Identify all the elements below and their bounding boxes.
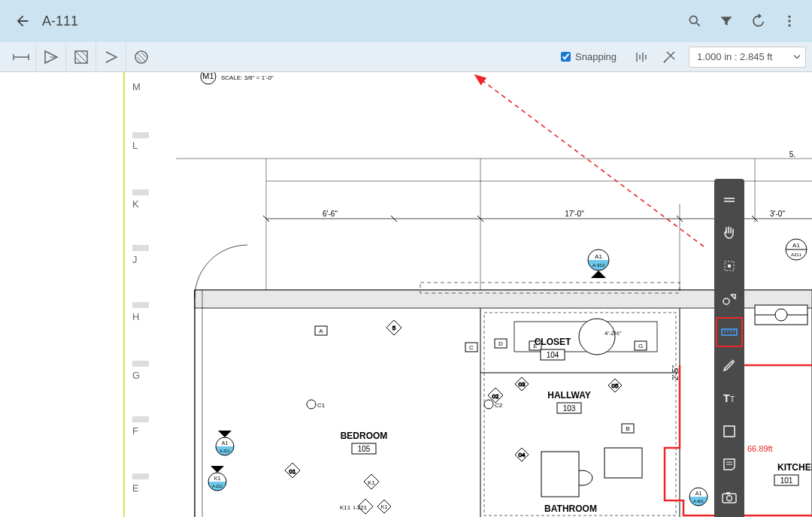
svg-text:K1: K1 [381,504,388,509]
chevron-down-icon [793,51,801,62]
measure-area-icon[interactable] [66,42,96,72]
rectangle-icon[interactable] [714,415,744,448]
svg-text:C1: C1 [317,402,326,409]
svg-text:04: 04 [519,452,526,458]
svg-text:K11: K11 [340,504,351,511]
svg-text:A-311: A-311 [220,449,230,453]
svg-rect-109 [728,265,731,268]
select-icon[interactable] [714,249,744,283]
snapping-toggle[interactable]: Snapping [561,51,617,62]
measure-toolbar: Snapping 1.000 in : 2.845 ft [0,42,812,72]
svg-text:CLOSET: CLOSET [535,337,571,347]
svg-text:K1: K1 [368,479,375,486]
overflow-menu-icon[interactable] [776,8,803,35]
svg-text:M1: M1 [202,72,214,80]
svg-text:I-221: I-221 [353,504,368,511]
svg-text:A-312: A-312 [592,263,605,268]
scale-dropdown[interactable]: 1.000 in : 2.845 ft [689,47,806,68]
svg-point-3 [788,20,790,22]
svg-point-57 [484,400,493,409]
svg-rect-53 [604,448,642,478]
svg-text:103: 103 [563,404,576,413]
svg-text:104: 104 [547,351,559,359]
svg-text:T: T [723,392,730,404]
camera-icon[interactable] [714,481,744,514]
precision-icon[interactable] [629,44,656,71]
svg-text:G: G [638,343,643,349]
svg-rect-111 [722,329,737,335]
svg-text:KITCHEN: KITCHEN [777,462,812,473]
drag-handle-icon[interactable] [714,183,744,216]
svg-point-105 [775,309,787,321]
svg-text:C: C [469,344,474,351]
back-button[interactable] [9,8,36,35]
page-title: A-111 [42,14,78,29]
measure-linear-icon[interactable] [6,42,36,72]
svg-text:5.: 5. [789,150,795,159]
svg-text:B: B [626,425,629,432]
svg-text:02: 02 [492,393,499,400]
svg-text:17'-0": 17'-0" [565,210,584,218]
svg-text:C2: C2 [495,402,503,409]
svg-text:A211: A211 [791,252,802,257]
drawing-canvas[interactable]: M L K J H G F E SCALE: 3/8" = 1'-0" M1 5… [0,72,812,517]
svg-line-10 [75,51,87,63]
pan-icon[interactable] [714,216,744,249]
svg-text:A1: A1 [222,440,229,446]
svg-point-110 [723,298,729,304]
snapping-checkbox[interactable] [561,52,571,62]
svg-text:A-401: A-401 [693,499,704,503]
svg-rect-118 [724,426,735,437]
filter-icon[interactable] [713,8,740,35]
svg-line-14 [137,53,146,62]
svg-rect-123 [726,492,730,494]
calibrate-icon[interactable] [656,44,683,71]
svg-text:3'-0": 3'-0" [770,210,785,218]
pin-icon[interactable] [714,514,744,517]
svg-point-55 [307,400,316,409]
svg-line-15 [137,57,141,62]
text-icon[interactable]: TT [714,382,744,415]
svg-text:D: D [498,340,503,347]
svg-text:105: 105 [358,445,371,453]
svg-text:05: 05 [612,382,619,389]
svg-text:01: 01 [289,468,296,475]
svg-text:03: 03 [519,381,526,388]
svg-point-122 [727,496,732,501]
svg-text:101: 101 [780,476,793,485]
svg-text:5: 5 [392,325,396,331]
measure-path-icon[interactable] [96,42,126,72]
svg-text:A1: A1 [695,491,702,496]
floor-plan: SCALE: 3/8" = 1'-0" M1 5. 6'-6" 17'-0" 3… [123,72,812,517]
svg-line-1 [697,23,700,26]
svg-text:A1: A1 [595,253,602,260]
svg-text:K1: K1 [214,476,221,481]
draw-icon[interactable] [714,349,744,382]
measure-ellipse-icon[interactable] [126,42,156,72]
history-icon[interactable] [744,8,771,35]
scale-note: SCALE: 3/8" = 1'-0" [221,74,274,81]
viewer-toolbar: TT [714,179,744,517]
svg-line-11 [75,57,81,63]
svg-text:BATHROOM: BATHROOM [544,503,597,514]
scale-value: 1.000 in : 2.845 ft [697,51,772,62]
note-icon[interactable] [714,448,744,481]
svg-text:4'-2½": 4'-2½" [604,330,622,337]
svg-point-2 [788,16,790,18]
svg-point-4 [788,24,790,26]
app-header: A-111 [0,0,812,42]
svg-line-16 [141,53,146,57]
shapes-icon[interactable] [714,283,744,316]
svg-text:A: A [319,328,323,334]
svg-text:66.89ft: 66.89ft [747,444,773,453]
svg-text:6'-6": 6'-6" [323,210,338,218]
search-icon[interactable] [681,8,708,35]
svg-text:A1: A1 [792,242,800,249]
snapping-label: Snapping [575,51,617,62]
measure-angle-icon[interactable] [36,42,66,72]
svg-text:BEDROOM: BEDROOM [341,431,388,441]
ruler-icon[interactable] [714,316,744,349]
svg-point-50 [579,319,615,355]
svg-line-12 [81,51,87,57]
svg-point-0 [689,16,697,23]
